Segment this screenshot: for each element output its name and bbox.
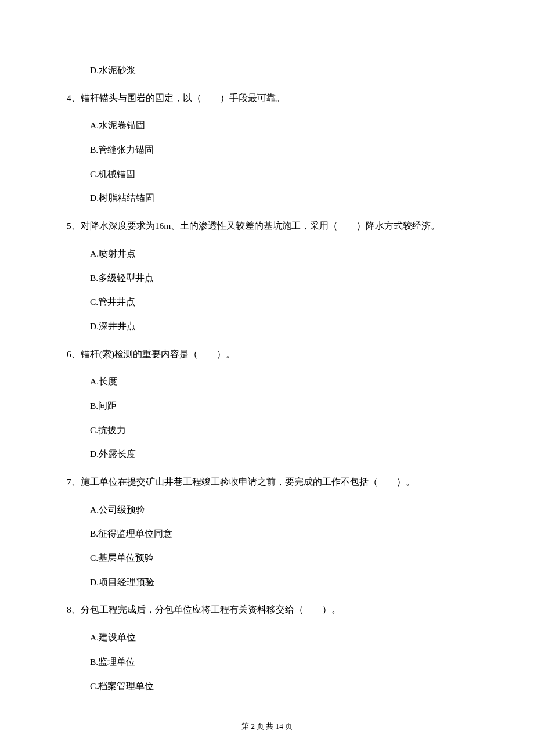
q5-option-a: A.喷射井点 (67, 247, 467, 260)
q7-option-a: A.公司级预验 (67, 503, 467, 516)
q6-option-a: A.长度 (67, 375, 467, 388)
q3-option-d: D.水泥砂浆 (67, 64, 467, 77)
q6-option-c: C.抗拔力 (67, 424, 467, 437)
q4-option-c: C.机械锚固 (67, 168, 467, 181)
q4-option-d: D.树脂粘结锚固 (67, 192, 467, 204)
page-footer: 第 2 页 共 14 页 (0, 721, 534, 732)
q8-option-a: A.建设单位 (67, 631, 467, 644)
q4-option-a: A.水泥卷锚固 (67, 119, 467, 132)
document-page: D.水泥砂浆 4、锚杆锚头与围岩的固定，以（ ）手段最可靠。 A.水泥卷锚固 B… (0, 0, 534, 756)
q6-option-b: B.间距 (67, 399, 467, 412)
q5-option-c: C.管井井点 (67, 296, 467, 308)
q5-stem: 5、对降水深度要求为16m、土的渗透性又较差的基坑施工，采用（ ）降水方式较经济… (67, 219, 467, 232)
q5-option-b: B.多级轻型井点 (67, 272, 467, 285)
q8-option-c: C.档案管理单位 (67, 680, 467, 693)
q8-option-b: B.监理单位 (67, 656, 467, 668)
q7-stem: 7、施工单位在提交矿山井巷工程竣工验收申请之前，要完成的工作不包括（ ）。 (67, 476, 467, 488)
q4-stem: 4、锚杆锚头与围岩的固定，以（ ）手段最可靠。 (67, 92, 467, 105)
q8-stem: 8、分包工程完成后，分包单位应将工程有关资料移交给（ ）。 (67, 603, 467, 616)
q6-stem: 6、锚杆(索)检测的重要内容是（ ）。 (67, 348, 467, 361)
q7-option-b: B.征得监理单位同意 (67, 527, 467, 540)
q6-option-d: D.外露长度 (67, 448, 467, 460)
q4-option-b: B.管缝张力锚固 (67, 143, 467, 156)
q5-option-d: D.深井井点 (67, 320, 467, 333)
q7-option-c: C.基层单位预验 (67, 552, 467, 564)
q7-option-d: D.项目经理预验 (67, 576, 467, 589)
